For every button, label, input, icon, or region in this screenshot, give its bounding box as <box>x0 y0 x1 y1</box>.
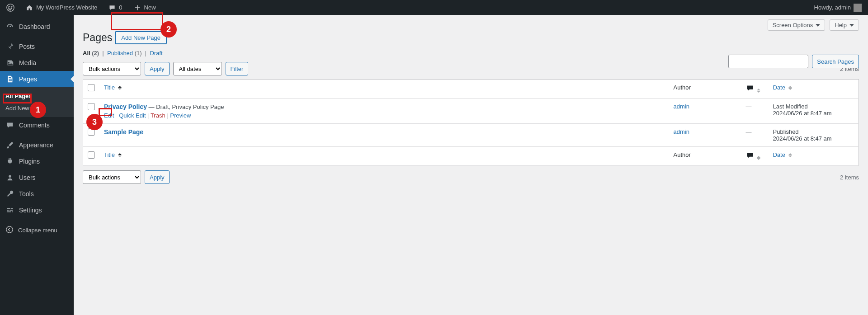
menu-media[interactable]: Media <box>0 55 74 71</box>
pages-submenu: All Pages Add New <box>0 87 74 117</box>
menu-pages[interactable]: Pages <box>0 71 74 87</box>
comment-icon <box>108 4 116 12</box>
menu-comments-label: Comments <box>19 122 50 129</box>
svg-point-2 <box>6 226 13 233</box>
menu-settings-label: Settings <box>19 207 42 214</box>
row-title-link[interactable]: Privacy Policy <box>104 103 147 110</box>
items-count-bottom: 2 items <box>840 174 859 181</box>
menu-posts[interactable]: Posts <box>0 38 74 55</box>
row-title-link[interactable]: Sample Page <box>104 128 143 136</box>
col-date-top[interactable]: Date <box>769 80 859 99</box>
filter-published[interactable]: Published (1) <box>107 50 142 56</box>
svg-point-0 <box>7 4 14 11</box>
row-actions: Edit Quick Edit | Trash | Preview <box>104 112 665 119</box>
comments-icon <box>5 121 14 130</box>
site-name-link[interactable]: My WordPress Website <box>23 4 100 12</box>
row-checkbox[interactable] <box>88 103 95 110</box>
main-content: Screen Options Help Pages Add New Page 2… <box>74 15 868 315</box>
submenu-add-new[interactable]: Add New <box>0 102 74 114</box>
user-icon <box>5 173 14 182</box>
menu-tools-label: Tools <box>19 190 34 197</box>
menu-dashboard[interactable]: Dashboard <box>0 19 74 35</box>
sort-icon <box>788 86 792 90</box>
bulk-actions-select-bottom[interactable]: Bulk actions <box>83 170 141 184</box>
row-checkbox[interactable] <box>88 128 95 136</box>
col-date-bottom[interactable]: Date <box>769 147 859 166</box>
home-icon <box>25 4 33 12</box>
svg-point-1 <box>9 175 11 178</box>
filter-draft[interactable]: Draft <box>150 50 162 56</box>
admin-sidebar: Dashboard Posts Media Pages All Pages Ad… <box>0 15 74 315</box>
topbar-new-label: New <box>144 4 156 11</box>
menu-appearance-label: Appearance <box>19 141 53 149</box>
col-comments-top[interactable] <box>741 80 769 99</box>
plug-icon <box>5 157 14 166</box>
add-new-page-button[interactable]: Add New Page <box>115 31 167 44</box>
menu-media-label: Media <box>19 59 36 66</box>
action-quick-edit[interactable]: Quick Edit <box>119 112 146 119</box>
howdy-user[interactable]: Howdy, admin <box>811 4 864 12</box>
menu-plugins[interactable]: Plugins <box>0 153 74 169</box>
comment-bubble-icon <box>746 154 754 161</box>
menu-users-label: Users <box>19 174 36 181</box>
collapse-menu[interactable]: Collapse menu <box>0 222 74 239</box>
search-pages-button[interactable]: Search Pages <box>812 55 859 68</box>
sliders-icon <box>5 206 14 215</box>
wp-logo[interactable] <box>4 4 17 12</box>
row-comments: — <box>741 124 769 147</box>
action-edit[interactable]: Edit <box>104 112 114 119</box>
col-comments-bottom[interactable] <box>741 147 769 166</box>
sort-icon <box>788 153 792 157</box>
menu-posts-label: Posts <box>19 43 35 50</box>
chevron-left-circle-icon <box>5 226 14 235</box>
col-title-bottom[interactable]: Title <box>99 147 669 166</box>
filter-button[interactable]: Filter <box>226 62 249 75</box>
brush-icon <box>5 141 14 150</box>
table-row: Sample Page admin — Published 2024/06/26… <box>83 124 859 147</box>
site-name-label: My WordPress Website <box>36 4 97 11</box>
search-input[interactable] <box>728 55 808 68</box>
pages-table: Title Author Date <box>83 79 859 166</box>
filter-all[interactable]: All (2) <box>83 50 99 56</box>
menu-tools[interactable]: Tools <box>0 186 74 202</box>
row-author-link[interactable]: admin <box>674 103 689 110</box>
col-title-top[interactable]: Title <box>99 80 669 99</box>
apply-button-top[interactable]: Apply <box>145 62 170 75</box>
menu-comments[interactable]: Comments <box>0 117 74 133</box>
avatar <box>854 4 862 12</box>
row-date-value: 2024/06/26 at 8:47 am <box>773 110 854 117</box>
pages-icon <box>5 75 14 84</box>
select-all-bottom[interactable] <box>88 151 95 159</box>
plus-icon <box>133 4 142 12</box>
date-filter-select[interactable]: All dates <box>173 62 222 75</box>
collapse-label: Collapse menu <box>18 227 57 234</box>
page-title: Pages <box>83 32 112 44</box>
sort-icon <box>757 156 760 160</box>
action-preview[interactable]: Preview <box>170 112 191 119</box>
menu-settings[interactable]: Settings <box>0 202 74 218</box>
action-trash[interactable]: Trash <box>151 112 165 119</box>
row-comments: — <box>741 99 769 124</box>
select-all-top[interactable] <box>88 84 95 91</box>
bulk-actions-select-top[interactable]: Bulk actions <box>83 62 141 75</box>
howdy-label: Howdy, admin <box>814 4 851 11</box>
col-author-bottom: Author <box>669 147 741 166</box>
sort-icon <box>757 89 760 93</box>
menu-dashboard-label: Dashboard <box>19 23 50 30</box>
submenu-all-pages[interactable]: All Pages <box>0 90 74 102</box>
apply-button-bottom[interactable]: Apply <box>145 170 170 184</box>
row-author-link[interactable]: admin <box>674 128 689 135</box>
table-row: Privacy Policy — Draft, Privacy Policy P… <box>83 99 859 124</box>
menu-plugins-label: Plugins <box>19 158 40 165</box>
menu-appearance[interactable]: Appearance <box>0 137 74 153</box>
topbar-new[interactable]: New <box>131 4 159 12</box>
menu-users[interactable]: Users <box>0 169 74 186</box>
menu-pages-label: Pages <box>19 75 37 83</box>
col-author-top: Author <box>669 80 741 99</box>
row-date-status: Last Modified <box>773 103 854 110</box>
topbar-comments[interactable]: 0 <box>105 4 125 12</box>
annotation-box-2 <box>111 12 163 30</box>
row-date-status: Published <box>773 128 854 135</box>
pin-icon <box>5 42 14 51</box>
sort-icon <box>118 86 122 90</box>
